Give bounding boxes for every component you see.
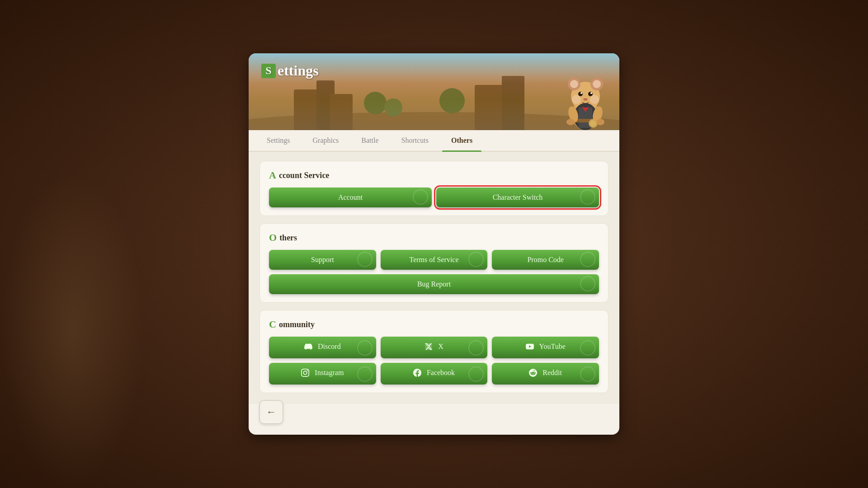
youtube-button-content: YouTube [526, 343, 566, 351]
svg-point-9 [439, 88, 465, 113]
settings-title: S ettings [261, 62, 319, 79]
facebook-button-content: Facebook [413, 369, 455, 377]
svg-point-28 [596, 119, 604, 125]
svg-rect-6 [502, 76, 524, 130]
youtube-icon [526, 343, 534, 351]
tab-settings[interactable]: Settings [258, 130, 299, 151]
svg-point-17 [588, 92, 593, 96]
x-button[interactable]: X [381, 337, 488, 358]
community-row1: Discord X YouTube [269, 337, 599, 358]
bug-report-button[interactable]: Bug Report [269, 274, 599, 294]
back-button[interactable]: ← [259, 400, 283, 424]
x-icon [425, 343, 433, 351]
discord-button[interactable]: Discord [269, 337, 376, 358]
community-section: Community Discord X [259, 310, 609, 393]
community-title: Community [269, 319, 599, 330]
svg-point-20 [583, 98, 588, 101]
others-row2: Bug Report [269, 274, 599, 294]
tab-battle[interactable]: Battle [352, 130, 387, 151]
others-title: Others [269, 232, 599, 244]
discord-icon [304, 343, 312, 351]
svg-point-29 [580, 92, 582, 94]
account-service-title-text: ccount Service [279, 171, 329, 180]
svg-point-18 [572, 95, 581, 104]
promo-code-button[interactable]: Promo Code [492, 250, 599, 270]
svg-point-30 [590, 92, 592, 94]
instagram-button[interactable]: Instagram [269, 363, 376, 385]
others-title-letter: O [269, 232, 277, 244]
svg-point-7 [364, 92, 387, 114]
settings-panel: S ettings [249, 53, 619, 435]
others-title-text: thers [279, 233, 297, 243]
svg-point-19 [590, 95, 599, 104]
background-character-left [0, 172, 145, 488]
panel-header: S ettings [249, 53, 619, 130]
nav-tabs: Settings Graphics Battle Shortcuts Other… [249, 130, 619, 152]
community-title-text: ommunity [279, 320, 315, 329]
terms-of-service-button[interactable]: Terms of Service [381, 250, 488, 270]
svg-point-27 [566, 119, 575, 125]
facebook-button[interactable]: Facebook [381, 363, 488, 385]
reddit-icon [529, 369, 537, 377]
account-service-buttons: Account Character Switch [269, 188, 599, 207]
account-service-title: Account Service [269, 169, 599, 181]
community-title-letter: C [269, 319, 276, 330]
mascot [561, 71, 610, 130]
youtube-button[interactable]: YouTube [492, 337, 599, 358]
reddit-button-content: Reddit [529, 369, 562, 377]
back-button-container: ← [249, 404, 619, 435]
character-switch-button[interactable]: Character Switch [436, 188, 599, 207]
settings-title-text: ettings [278, 62, 319, 79]
svg-rect-4 [330, 94, 353, 130]
account-service-section: Account Service Account Character Switch [259, 161, 609, 216]
svg-point-15 [593, 80, 601, 88]
community-row2: Instagram Facebook Reddit [269, 363, 599, 385]
back-spacer [259, 411, 609, 435]
account-service-title-letter: A [269, 169, 276, 181]
panel-body: Account Service Account Character Switch… [249, 152, 619, 404]
settings-s-icon: S [261, 64, 276, 78]
svg-point-8 [384, 99, 402, 117]
others-section: Others Support Terms of Service Promo Co… [259, 223, 609, 303]
tab-others[interactable]: Others [442, 130, 481, 151]
svg-point-16 [578, 92, 583, 96]
account-button[interactable]: Account [269, 188, 432, 207]
support-button[interactable]: Support [269, 250, 376, 270]
back-arrow-icon: ← [266, 406, 276, 418]
others-row1: Support Terms of Service Promo Code [269, 250, 599, 270]
instagram-icon [301, 369, 309, 377]
x-button-content: X [425, 343, 443, 351]
tab-graphics[interactable]: Graphics [304, 130, 348, 151]
facebook-icon [413, 369, 421, 377]
mascot-svg [561, 71, 610, 130]
reddit-button[interactable]: Reddit [492, 363, 599, 385]
svg-point-13 [570, 80, 578, 88]
instagram-button-content: Instagram [301, 369, 344, 377]
discord-button-content: Discord [304, 343, 341, 351]
tab-shortcuts[interactable]: Shortcuts [392, 130, 438, 151]
